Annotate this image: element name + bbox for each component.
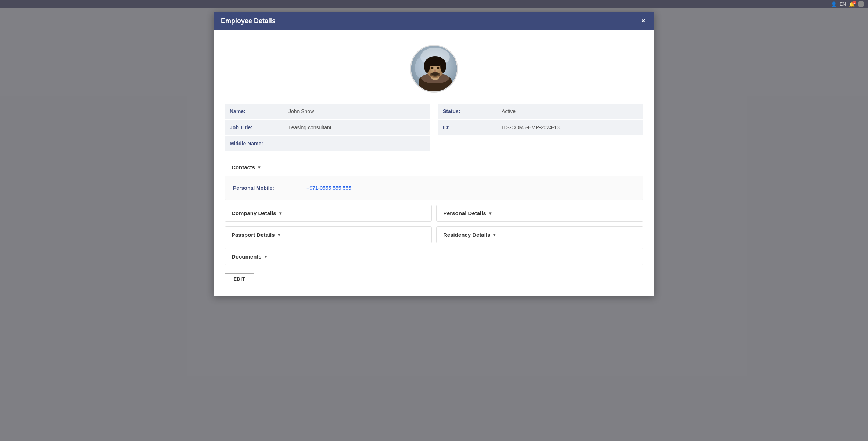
documents-chevron-icon: ▾ xyxy=(265,254,267,259)
svg-point-10 xyxy=(440,59,446,73)
avatar-icon xyxy=(858,1,864,7)
info-left-column: Name: John Snow Job Title: Leasing consu… xyxy=(225,104,430,151)
two-col-sections: Company Details ▾ Personal Details ▾ Pas… xyxy=(225,205,643,243)
id-row: ID: ITS-COM5-EMP-2024-13 xyxy=(438,120,643,135)
personal-mobile-label: Personal Mobile: xyxy=(233,185,306,191)
company-details-title: Company Details xyxy=(232,210,276,216)
modal-close-button[interactable]: × xyxy=(639,17,647,25)
svg-point-11 xyxy=(431,67,434,69)
residency-details-section: Residency Details ▾ xyxy=(436,226,643,243)
avatar-section xyxy=(225,37,643,96)
info-right-column: Status: Active ID: ITS-COM5-EMP-2024-13 xyxy=(438,104,643,151)
documents-section-title: Documents xyxy=(232,253,262,260)
passport-details-header[interactable]: Passport Details ▾ xyxy=(225,227,431,243)
residency-details-header[interactable]: Residency Details ▾ xyxy=(437,227,643,243)
name-row: Name: John Snow xyxy=(225,104,430,119)
job-title-label: Job Title: xyxy=(230,124,288,130)
modal-body: Name: John Snow Job Title: Leasing consu… xyxy=(214,30,654,296)
passport-details-title: Passport Details xyxy=(232,232,275,238)
contacts-chevron-icon: ▾ xyxy=(258,165,260,170)
job-title-row: Job Title: Leasing consultant xyxy=(225,120,430,135)
employee-details-modal: Employee Details × xyxy=(214,12,654,296)
personal-mobile-row: Personal Mobile: +971-0555 555 555 xyxy=(232,182,636,194)
svg-point-13 xyxy=(434,69,436,72)
status-value: Active xyxy=(502,108,516,114)
job-title-value: Leasing consultant xyxy=(288,124,331,130)
svg-point-9 xyxy=(424,59,430,73)
company-details-header[interactable]: Company Details ▾ xyxy=(225,205,431,221)
modal-header: Employee Details × xyxy=(214,12,654,30)
name-label: Name: xyxy=(230,108,288,114)
personal-details-chevron-icon: ▾ xyxy=(489,211,491,216)
status-label: Status: xyxy=(443,108,502,114)
passport-details-chevron-icon: ▾ xyxy=(278,232,280,238)
id-value: ITS-COM5-EMP-2024-13 xyxy=(502,124,560,130)
contacts-section: Contacts ▾ Personal Mobile: +971-0555 55… xyxy=(225,159,643,200)
residency-details-title: Residency Details xyxy=(443,232,490,238)
middle-name-row: Middle Name: xyxy=(225,136,430,151)
passport-details-section: Passport Details ▾ xyxy=(225,226,432,243)
svg-point-15 xyxy=(430,72,440,77)
avatar-image xyxy=(411,46,457,91)
id-label: ID: xyxy=(443,124,502,130)
company-details-chevron-icon: ▾ xyxy=(279,211,281,216)
modal-title: Employee Details xyxy=(221,17,276,25)
notification-icon[interactable]: 🔔1 xyxy=(849,1,855,7)
residency-details-chevron-icon: ▾ xyxy=(493,232,495,238)
button-bar: EDIT xyxy=(225,270,643,289)
company-details-section: Company Details ▾ xyxy=(225,205,432,222)
svg-point-12 xyxy=(437,67,440,69)
status-row: Status: Active xyxy=(438,104,643,119)
language-icon: EN xyxy=(840,1,846,7)
personal-details-title: Personal Details xyxy=(443,210,486,216)
contacts-section-title: Contacts xyxy=(232,164,255,170)
contacts-section-header[interactable]: Contacts ▾ xyxy=(225,159,643,176)
top-bar: 👤 EN 🔔1 xyxy=(0,0,868,8)
documents-section: Documents ▾ xyxy=(225,248,643,265)
avatar xyxy=(410,45,458,93)
edit-button[interactable]: EDIT xyxy=(225,273,254,285)
middle-name-label: Middle Name: xyxy=(230,141,288,147)
info-grid: Name: John Snow Job Title: Leasing consu… xyxy=(225,104,643,151)
user-icon: 👤 xyxy=(831,1,837,7)
contacts-section-body: Personal Mobile: +971-0555 555 555 xyxy=(225,176,643,200)
personal-details-header[interactable]: Personal Details ▾ xyxy=(437,205,643,221)
documents-section-header[interactable]: Documents ▾ xyxy=(225,248,643,265)
personal-mobile-value: +971-0555 555 555 xyxy=(306,185,351,191)
modal-overlay: Employee Details × xyxy=(0,8,868,441)
personal-details-section: Personal Details ▾ xyxy=(436,205,643,222)
name-value: John Snow xyxy=(288,108,314,114)
